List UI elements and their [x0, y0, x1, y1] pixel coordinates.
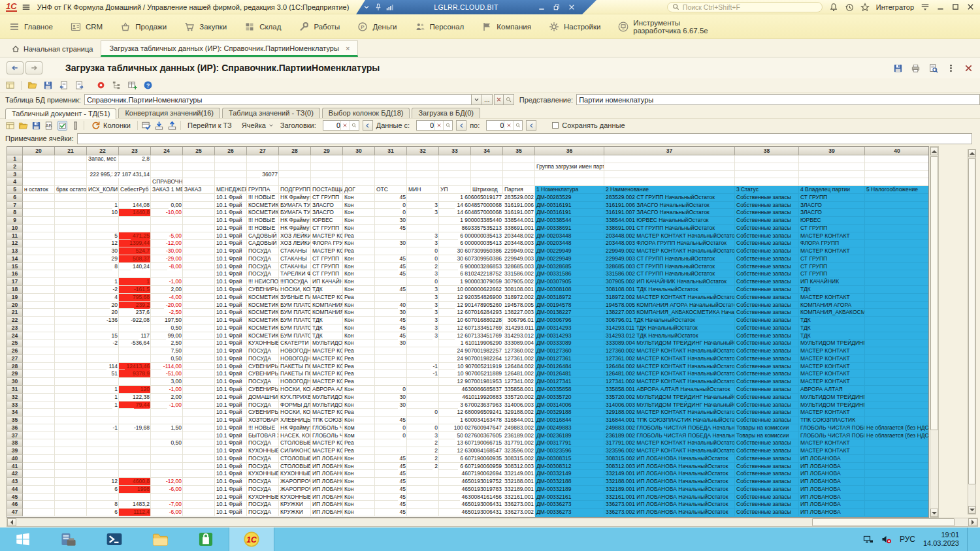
cell-r13-c29[interactable]: МАСТЕР КОН	[311, 247, 343, 255]
row-header-1[interactable]: 1	[7, 155, 23, 163]
cell-r2-c22[interactable]	[87, 163, 119, 171]
cell-r29-c30[interactable]: Реа	[343, 370, 375, 378]
cell-r23-c34[interactable]: 12 607133451769	[471, 324, 503, 332]
cell-r1-c25[interactable]	[183, 155, 215, 163]
cell-r20-c36[interactable]: ДМ-00194578	[535, 302, 604, 309]
cell-r14-c26[interactable]: 10.1 Фрай	[215, 255, 247, 263]
cell-r5-c37[interactable]: 2 Наименование	[604, 186, 735, 194]
column-header-37[interactable]: 37	[604, 147, 735, 155]
cell-r5-c29[interactable]: ПОСТАВЩИК	[311, 186, 343, 194]
cell-r2-c34[interactable]	[471, 163, 503, 171]
cell-r22-c32[interactable]: 3	[407, 317, 439, 324]
cell-r22-c28[interactable]: БУМ ПЛАТОЧ	[279, 317, 311, 324]
row-header-21[interactable]: 21	[7, 309, 23, 317]
cell-r1-c29[interactable]	[311, 155, 343, 163]
close-form-icon[interactable]	[964, 63, 973, 73]
cell-r31-c22[interactable]: 1	[87, 386, 119, 394]
column-header-24[interactable]: 24	[151, 147, 183, 155]
cell-r31-c36[interactable]: ДМ-00335858	[535, 386, 604, 394]
cell-r28-c39[interactable]: МАСТЕР КОНТАКТ	[799, 363, 865, 371]
cell-r25-c36[interactable]: ДМ-00333089	[535, 339, 604, 347]
cell-r33-c28[interactable]: ФОРМЫ ДЛЯ	[279, 401, 311, 409]
cell-r30-c38[interactable]: Собственные запасы	[735, 378, 799, 386]
row-header-10[interactable]: 10	[7, 225, 23, 232]
cell-r47-c35[interactable]: 336273.002	[503, 509, 535, 516]
cell-r30-c39[interactable]: МАСТЕР КОНТАКТ	[799, 378, 865, 386]
user-menu[interactable]: Интегратор	[876, 3, 914, 11]
cell-r11-c34[interactable]: 6 000000035413	[471, 232, 503, 240]
cell-r45-c35[interactable]: 332161.001	[503, 494, 535, 501]
help-icon[interactable]: ?	[143, 80, 153, 90]
cell-r13-c37[interactable]: 229949.002 МАСТЕР КОНТАКТ НачальныйОстат…	[604, 247, 735, 255]
cell-r32-c28[interactable]: КУХ.ПРИХВА	[279, 394, 311, 401]
cell-r46-c25[interactable]	[183, 501, 215, 509]
cell-r18-c32[interactable]: 3	[407, 286, 439, 294]
cell-r10-c39[interactable]: СТ ГРУПП	[799, 225, 865, 232]
cell-r4-c26[interactable]	[215, 178, 247, 186]
cell-r10-c34[interactable]: 8693357535213	[471, 225, 503, 232]
cell-r43-c30[interactable]: Кон	[343, 478, 375, 486]
cell-r31-c39[interactable]: АВРОРА АЛТАЯ	[799, 386, 865, 394]
volume-muted-icon[interactable]	[881, 534, 892, 544]
cell-r10-c26[interactable]: 10.1 Фрай	[215, 225, 247, 232]
cell-r13-c28[interactable]: СТАКАНЫ	[279, 247, 311, 255]
cell-r24-c20[interactable]	[23, 332, 55, 340]
cell-r13-c20[interactable]	[23, 247, 55, 255]
cell-r8-c27[interactable]: КОСМЕТИКА	[247, 209, 279, 217]
row-header-19[interactable]: 19	[7, 294, 23, 302]
cell-r11-c37[interactable]: 203448.002 МАСТЕР КОНТАКТ НачальныйОстат…	[604, 232, 735, 240]
cell-r5-c25[interactable]: ЗАКАЗ	[183, 186, 215, 194]
cell-r39-c22[interactable]	[87, 447, 119, 455]
cell-r33-c30[interactable]: Кон	[343, 401, 375, 409]
cell-r30-c22[interactable]	[87, 378, 119, 386]
cell-r5-c40[interactable]: 5 Налогообложение	[865, 186, 929, 194]
cell-r47-c32[interactable]	[407, 509, 439, 516]
cell-r28-c21[interactable]	[55, 363, 87, 371]
cell-r15-c35[interactable]: 328685.003	[503, 263, 535, 271]
cell-r37-c23[interactable]	[119, 432, 151, 440]
cell-r42-c34[interactable]: 4607190062694	[471, 470, 503, 478]
cell-r31-c32[interactable]	[407, 386, 439, 394]
cell-r5-c36[interactable]: 1 Номенклатура	[535, 186, 604, 194]
taskbar-app-green[interactable]	[183, 527, 229, 551]
cell-r18-c23[interactable]: -161,5	[119, 286, 151, 294]
cell-r17-c34[interactable]: 1 900003079059	[471, 278, 503, 286]
cell-r47-c38[interactable]: Собственные запасы	[735, 509, 799, 516]
form-vertical-scrollbar[interactable]	[968, 149, 976, 514]
cell-r31-c40[interactable]	[865, 386, 929, 394]
cell-r31-c20[interactable]	[23, 386, 55, 394]
cell-r18-c36[interactable]: ДМ-00308108	[535, 286, 604, 294]
column-header-35[interactable]: 35	[503, 147, 535, 155]
cell-r34-c26[interactable]: 10.1 Фрай	[215, 409, 247, 417]
column-header-36[interactable]: 36	[535, 147, 604, 155]
cell-r23-c38[interactable]: Собственные запасы	[735, 324, 799, 332]
cell-r32-c27[interactable]: ДОМАШНИЙ Т	[247, 394, 279, 401]
cell-r19-c26[interactable]: 10.1 Фрай	[215, 294, 247, 302]
cell-r8-c38[interactable]: Собственные запасы	[735, 209, 799, 217]
cell-r34-c35[interactable]: 329188.002	[503, 409, 535, 417]
cell-r10-c30[interactable]: Кон	[343, 225, 375, 232]
cell-r32-c35[interactable]: 335720.002	[503, 394, 535, 401]
cell-r33-c36[interactable]: ДМ-00314006	[535, 401, 604, 409]
cell-r38-c36[interactable]: ДМ-00317791	[535, 439, 604, 447]
row-header-12[interactable]: 12	[7, 240, 23, 247]
row-header-43[interactable]: 43	[7, 478, 23, 486]
row-header-11[interactable]: 11	[7, 232, 23, 240]
cell-r37-c30[interactable]: Ком	[343, 432, 375, 440]
cell-r45-c39[interactable]: ИП ЛОБАНОВА	[799, 494, 865, 501]
save-file-icon[interactable]	[43, 80, 53, 90]
cell-r45-c29[interactable]: ИП ЛОБАНОВ	[311, 494, 343, 501]
cell-r22-c35[interactable]: 306796.01	[503, 317, 535, 324]
cell-r35-c35[interactable]: 316844.001	[503, 417, 535, 424]
cell-r1-c24[interactable]	[151, 155, 183, 163]
cell-r32-c38[interactable]: Собственные запасы	[735, 394, 799, 401]
cell-r35-c30[interactable]: Кон	[343, 417, 375, 424]
cell-r14-c32[interactable]: 0	[407, 255, 439, 263]
cell-r20-c37[interactable]: 194578.005 КОМПАНИЯ АГОРА НачальныйОстат…	[604, 302, 735, 309]
cell-r39-c39[interactable]: МАСТЕР КОНТАКТ	[799, 447, 865, 455]
cell-r13-c25[interactable]	[183, 247, 215, 255]
cell-r21-c36[interactable]: ДМ-00138227	[535, 309, 604, 317]
cell-r42-c31[interactable]: 45	[375, 470, 407, 478]
cell-r38-c32[interactable]: 2	[407, 439, 439, 447]
cell-r9-c24[interactable]	[151, 217, 183, 225]
